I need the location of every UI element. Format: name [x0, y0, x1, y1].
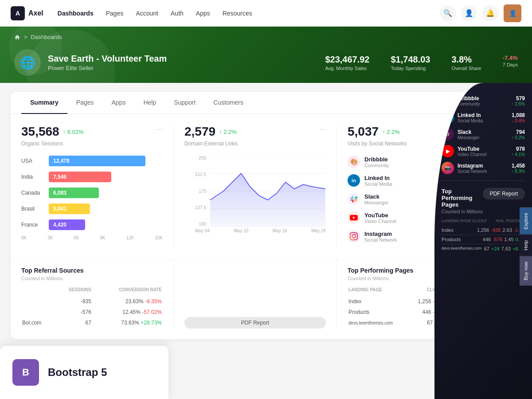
dribbble-icon: 🎨: [348, 156, 360, 168]
buynow-tab[interactable]: Buy now: [520, 256, 532, 286]
table-row: -576 12.45% -57.02%: [22, 307, 162, 317]
dashboard-area: 🎨 Dribbble Community 579 ↑ 2.6% in: [0, 83, 532, 399]
dark-youtube-info: YouTube Video Channel: [458, 146, 486, 157]
bar-india: India 7,546: [21, 172, 163, 182]
nav-auth[interactable]: Auth: [171, 10, 184, 17]
card-tabs: Summary Pages Apps Help Support Customer…: [11, 92, 521, 114]
bar-france: France 4,420: [21, 219, 163, 230]
bar-chart: USA 12,478 India 7,546 Canad: [21, 156, 174, 249]
dark-linkedin-info: Linked In Social Media: [458, 112, 483, 123]
nav-pages[interactable]: Pages: [106, 10, 124, 17]
nav-dashboards[interactable]: Dashboards: [58, 10, 94, 17]
tab-apps[interactable]: Apps: [103, 92, 135, 114]
youtube-icon: [348, 211, 360, 224]
user-avatar[interactable]: 👤: [504, 4, 521, 22]
bar-x-axis: 0K 3K 6K 9K 12K 15K: [21, 235, 163, 240]
line-chart: 250 212.5 175 137.5 100: [184, 156, 337, 249]
bar-canada: Canada 6,083: [21, 188, 163, 198]
nav-apps[interactable]: Apps: [196, 10, 210, 17]
bar-brasil: Brasil 5,041: [21, 203, 163, 214]
line-y-axis: 250 212.5 175 137.5 100: [195, 156, 206, 227]
pdf-section: PDF Report: [184, 260, 337, 329]
metric-organic-sessions: 35,568 ↑ 8.02% ··· Organic Sessions: [21, 125, 174, 156]
stat-monthly-sales: $23,467.92 Avg. Monthly Sales: [325, 55, 369, 71]
header-stats: $23,467.92 Avg. Monthly Sales $1,748.03 …: [325, 55, 518, 71]
help-tab[interactable]: Help: [520, 235, 532, 256]
stat-today-spending: $1,748.03 Today Spending: [391, 55, 430, 71]
bootstrap-logo: B: [12, 359, 39, 386]
metric-1-menu[interactable]: ···: [319, 125, 326, 134]
brand-name: Axel: [28, 9, 43, 17]
green-header: > Dashboards 🌐 Save Earth - Volunteer Te…: [0, 27, 532, 83]
stat-7days: -7.4% 7 Days: [503, 55, 518, 71]
top-referral-section: Top Referral Sources Counted in Millions…: [21, 260, 174, 329]
bootstrap-card: B Bootstrap 5: [0, 346, 168, 399]
navbar: A Axel Dashboards Pages Account Auth App…: [0, 0, 532, 27]
dark-overlay: 🎨 Dribbble Community 579 ↑ 2.6% in: [434, 83, 532, 399]
instagram-icon: [348, 230, 360, 243]
main-wrapper: > Dashboards 🌐 Save Earth - Volunteer Te…: [0, 27, 532, 399]
tab-support[interactable]: Support: [165, 92, 204, 114]
metric-0-menu[interactable]: ···: [156, 125, 163, 134]
nav-resources[interactable]: Resources: [223, 10, 252, 17]
table-row: Bol.com 67 73.63% +28.73%: [22, 318, 162, 328]
bar-usa: USA 12,478: [21, 156, 163, 166]
tab-pages[interactable]: Pages: [67, 92, 103, 114]
side-tabs: Explore Help Buy now: [520, 207, 532, 286]
dark-instagram-info: Instagram Social Network: [458, 163, 487, 174]
nav-account[interactable]: Account: [136, 10, 158, 17]
tab-summary[interactable]: Summary: [21, 92, 67, 114]
referral-table: SESSIONS CONVERSION RATE -935 23.63% -9.…: [21, 286, 163, 329]
linkedin-icon: in: [348, 174, 360, 187]
brand-logo: A: [11, 6, 25, 20]
profile-icon[interactable]: 👤: [461, 5, 477, 21]
explore-tab[interactable]: Explore: [520, 207, 532, 235]
pdf-report-button[interactable]: PDF Report: [184, 317, 326, 329]
table-row: -935 23.63% -9.35%: [22, 297, 162, 306]
dark-instagram-icon: 📷: [442, 162, 454, 174]
tab-customers[interactable]: Customers: [204, 92, 252, 114]
notifications-icon[interactable]: 🔔: [482, 5, 498, 21]
tab-help[interactable]: Help: [134, 92, 165, 114]
search-icon[interactable]: 🔍: [440, 5, 456, 21]
dark-slack-info: Slack Messanger: [458, 129, 479, 140]
dark-pdf-report-button[interactable]: PDF Report: [483, 188, 525, 200]
line-x-axis: May 04 May 10 May 18 May 26: [195, 228, 326, 233]
content-area: > Dashboards 🌐 Save Earth - Volunteer Te…: [0, 27, 532, 399]
navbar-actions: 🔍 👤 🔔 👤: [440, 4, 521, 22]
stat-overall-share: 3.8% Overall Share: [451, 55, 481, 71]
main-nav: Dashboards Pages Account Auth Apps Resou…: [58, 10, 440, 17]
metric-external-links: 2,579 ↑ 2.2% ··· Domain External Links: [184, 125, 337, 156]
line-chart-svg: [210, 156, 326, 227]
slack-icon: [348, 193, 360, 205]
brand: A Axel: [11, 6, 43, 20]
